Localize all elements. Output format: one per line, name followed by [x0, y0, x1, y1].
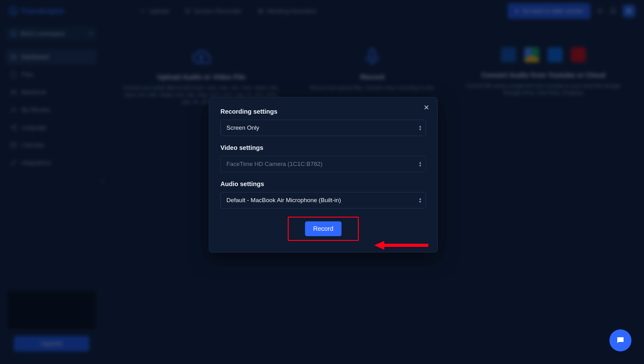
record-button-row: Record: [220, 217, 426, 241]
recording-mode-select[interactable]: Screen Only ▴▾: [220, 120, 426, 136]
select-chevrons-icon: ▴▾: [419, 125, 421, 131]
audio-settings-label: Audio settings: [220, 180, 426, 188]
chat-icon: [616, 336, 625, 345]
video-device-select[interactable]: FaceTime HD Camera (1C1C:B782) ▴▾: [220, 156, 426, 172]
audio-device-value: Default - MacBook Air Microphone (Built-…: [226, 197, 341, 203]
recording-settings-modal: ✕ Recording settings Screen Only ▴▾ Vide…: [209, 97, 438, 253]
select-chevrons-icon: ▴▾: [419, 197, 421, 203]
video-settings-label: Video settings: [220, 144, 426, 151]
video-device-value: FaceTime HD Camera (1C1C:B782): [226, 161, 323, 167]
audio-device-select[interactable]: Default - MacBook Air Microphone (Built-…: [220, 192, 426, 208]
select-chevrons-icon: ▴▾: [419, 161, 421, 167]
recording-settings-label: Recording settings: [220, 108, 426, 115]
annotation-arrow-icon: [374, 241, 428, 250]
record-button[interactable]: Record: [305, 221, 341, 236]
recording-mode-value: Screen Only: [226, 124, 259, 131]
annotation-highlight: Record: [288, 217, 359, 241]
close-icon[interactable]: ✕: [424, 104, 429, 111]
chat-widget[interactable]: [609, 329, 631, 351]
